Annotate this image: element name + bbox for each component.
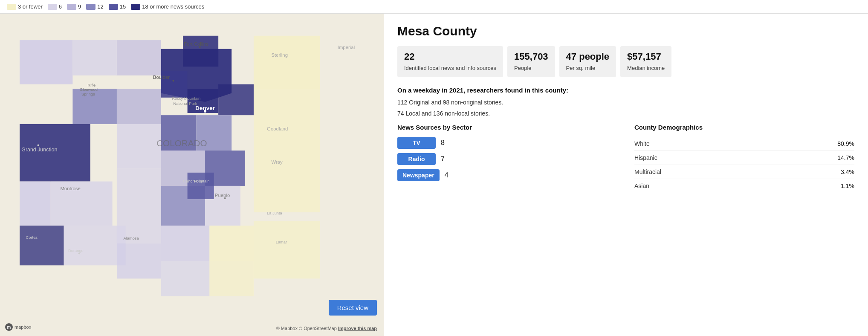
improve-map-link[interactable]: Improve this map bbox=[338, 326, 377, 331]
svg-text:Grand Junction: Grand Junction bbox=[21, 147, 57, 153]
sector-row-radio: Radio 7 bbox=[397, 153, 617, 165]
demographics-heading: County Demographics bbox=[634, 124, 854, 131]
stat-value-density: 47 people bbox=[566, 51, 609, 62]
svg-text:Durango: Durango bbox=[68, 249, 84, 253]
stat-value-income: $57,157 bbox=[627, 51, 665, 62]
svg-text:Glenwood: Glenwood bbox=[80, 87, 98, 92]
svg-rect-24 bbox=[51, 182, 113, 226]
svg-point-55 bbox=[78, 252, 80, 254]
demo-pct-hispanic: 14.7% bbox=[837, 154, 854, 161]
legend-label-2: 6 bbox=[59, 3, 62, 10]
sector-count-radio: 7 bbox=[441, 155, 445, 163]
svg-rect-6 bbox=[254, 36, 320, 89]
reset-view-button[interactable]: Reset view bbox=[329, 300, 377, 316]
svg-rect-29 bbox=[209, 226, 254, 261]
info-panel: Mesa County 22 Identified local news and… bbox=[384, 14, 868, 336]
mapbox-logo: m mapbox bbox=[5, 323, 31, 331]
legend-item-3: 9 bbox=[67, 3, 81, 10]
legend-label-6: 18 or more news sources bbox=[142, 3, 204, 10]
svg-rect-12 bbox=[117, 40, 161, 75]
svg-rect-32 bbox=[161, 261, 210, 296]
map-container[interactable]: COLORADO Fort Collins Boulder Rocky Moun… bbox=[0, 14, 384, 336]
legend-swatch-1 bbox=[7, 4, 16, 10]
svg-text:COLORADO: COLORADO bbox=[156, 138, 207, 148]
svg-text:National Park: National Park bbox=[174, 101, 197, 106]
stat-label-density: Per sq. mile bbox=[566, 65, 596, 71]
legend-label-1: 3 or fewer bbox=[18, 3, 43, 10]
sector-count-tv: 8 bbox=[441, 139, 445, 147]
weekday-stat-2: 74 Local and 136 non-local stories. bbox=[397, 110, 854, 117]
svg-point-38 bbox=[199, 46, 201, 48]
mapbox-text: mapbox bbox=[14, 324, 31, 330]
svg-text:Rifle: Rifle bbox=[88, 83, 96, 87]
stat-label-income: Median income bbox=[627, 65, 665, 71]
stat-card-sources: 22 Identified local news and info source… bbox=[397, 46, 503, 77]
svg-rect-35 bbox=[188, 173, 214, 199]
mapbox-circle-icon: m bbox=[5, 323, 13, 331]
map-svg: COLORADO Fort Collins Boulder Rocky Moun… bbox=[0, 14, 384, 336]
svg-rect-23 bbox=[117, 168, 161, 208]
legend-swatch-3 bbox=[67, 4, 76, 10]
legend-label-5: 15 bbox=[120, 3, 126, 10]
legend: 3 or fewer 6 9 12 15 18 or more news sou… bbox=[0, 0, 868, 14]
svg-rect-10 bbox=[20, 40, 72, 84]
demo-pct-asian: 1.1% bbox=[841, 182, 854, 189]
sectors-section: News Sources by Sector TV 8 Radio 7 News… bbox=[397, 124, 617, 193]
legend-swatch-4 bbox=[86, 4, 95, 10]
svg-rect-33 bbox=[209, 261, 254, 296]
svg-text:Fort Collins: Fort Collins bbox=[184, 41, 208, 46]
svg-rect-27 bbox=[64, 226, 126, 265]
svg-text:Springs: Springs bbox=[81, 92, 95, 96]
sector-badge-newspaper[interactable]: Newspaper bbox=[397, 169, 440, 181]
svg-rect-15 bbox=[117, 89, 161, 124]
stat-card-density: 47 people Per sq. mile bbox=[559, 46, 616, 77]
svg-text:Boulder: Boulder bbox=[153, 75, 170, 80]
sector-badge-tv[interactable]: TV bbox=[397, 137, 436, 149]
demo-pct-multiracial: 3.4% bbox=[841, 168, 854, 175]
county-title: Mesa County bbox=[397, 24, 854, 38]
demo-row-asian: Asian 1.1% bbox=[634, 179, 854, 193]
weekday-stat-1: 112 Original and 98 non-original stories… bbox=[397, 99, 854, 106]
map-attribution: © Mapbox © OpenStreetMap Improve this ma… bbox=[276, 326, 377, 331]
weekday-heading: On a weekday in 2021, researchers found … bbox=[397, 87, 854, 94]
svg-text:La Junta: La Junta bbox=[267, 211, 283, 215]
svg-point-51 bbox=[224, 197, 226, 199]
svg-rect-28 bbox=[161, 226, 210, 261]
legend-item-5: 15 bbox=[109, 3, 126, 10]
sector-badge-radio[interactable]: Radio bbox=[397, 153, 436, 165]
sectors-heading: News Sources by Sector bbox=[397, 124, 617, 131]
main-content: COLORADO Fort Collins Boulder Rocky Moun… bbox=[0, 14, 868, 336]
stat-value-people: 155,703 bbox=[514, 51, 548, 62]
stats-row: 22 Identified local news and info source… bbox=[397, 46, 854, 77]
svg-rect-2 bbox=[183, 36, 218, 67]
svg-text:Cañon City: Cañon City bbox=[183, 179, 203, 183]
legend-label-3: 9 bbox=[78, 3, 81, 10]
svg-text:Alamosa: Alamosa bbox=[123, 236, 139, 240]
demo-label-white: White bbox=[634, 140, 650, 147]
sector-count-newspaper: 4 bbox=[445, 171, 448, 179]
legend-swatch-6 bbox=[131, 4, 140, 10]
legend-item-6: 18 or more news sources bbox=[131, 3, 204, 10]
legend-item-4: 12 bbox=[86, 3, 103, 10]
sector-row-newspaper: Newspaper 4 bbox=[397, 169, 617, 181]
demo-row-hispanic: Hispanic 14.7% bbox=[634, 151, 854, 165]
svg-rect-34 bbox=[254, 221, 320, 279]
svg-text:Sterling: Sterling bbox=[271, 52, 288, 58]
demo-label-asian: Asian bbox=[634, 182, 649, 189]
svg-point-47 bbox=[38, 145, 39, 146]
demo-pct-white: 80.9% bbox=[837, 140, 854, 147]
svg-rect-8 bbox=[254, 133, 320, 177]
svg-point-40 bbox=[172, 80, 174, 81]
svg-text:Lamar: Lamar bbox=[276, 240, 287, 244]
svg-rect-11 bbox=[72, 40, 117, 75]
demo-row-multiracial: Multiracial 3.4% bbox=[634, 165, 854, 179]
two-col-section: News Sources by Sector TV 8 Radio 7 News… bbox=[397, 124, 854, 193]
stat-value-sources: 22 bbox=[404, 51, 496, 62]
svg-rect-25 bbox=[20, 182, 50, 226]
svg-text:Montrose: Montrose bbox=[60, 186, 80, 191]
svg-rect-16 bbox=[117, 124, 161, 168]
sector-row-tv: TV 8 bbox=[397, 137, 617, 149]
stat-label-sources: Identified local news and info sources bbox=[404, 65, 496, 71]
stat-card-income: $57,157 Median income bbox=[620, 46, 671, 77]
svg-text:Goodland: Goodland bbox=[267, 126, 288, 131]
